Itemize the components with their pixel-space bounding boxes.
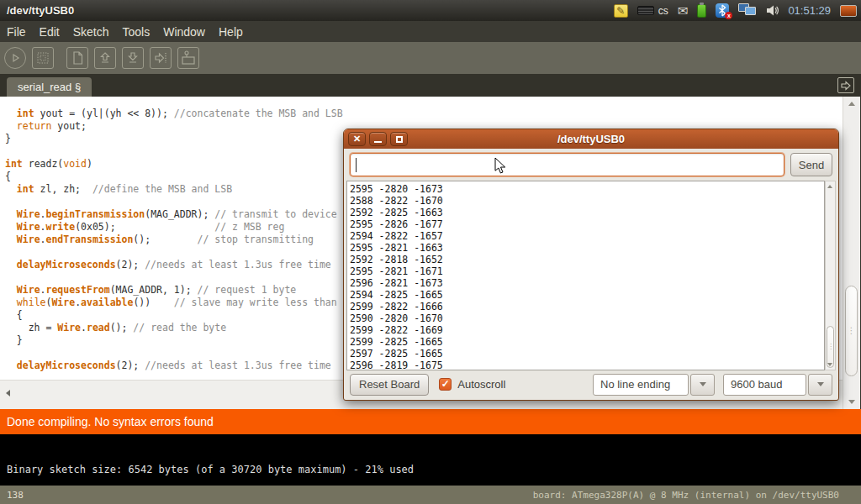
serial-monitor-button[interactable] [177, 47, 199, 69]
tab-label: serial_read § [18, 81, 81, 93]
serial-line: 2597 -2825 -1665 [350, 348, 824, 360]
autoscroll-label: Autoscroll [457, 378, 505, 391]
serial-monitor-window: ✕ /dev/ttyUSB0 Send 2595 -2820 -16732588… [343, 129, 839, 401]
serial-line: 2592 -2825 -1663 [350, 207, 824, 218]
bluetooth-icon[interactable]: x [716, 3, 729, 18]
screen: /dev/ttyUSB0 ✎ cs ✉ x 01:51:29 File Edit [0, 0, 861, 504]
serial-line: 2595 -2826 -1677 [350, 218, 824, 230]
keyboard-layout-icon[interactable] [637, 6, 654, 15]
serial-line: 2588 -2822 -1670 [350, 195, 824, 207]
baud-rate-select[interactable]: 9600 baud [723, 374, 832, 396]
network-icon[interactable] [738, 3, 757, 18]
bluetooth-off-badge: x [725, 12, 732, 19]
serial-line: 2590 -2820 -1670 [350, 312, 824, 324]
text-caret [356, 158, 357, 172]
mail-icon[interactable]: ✉ [678, 4, 689, 17]
menu-window[interactable]: Window [163, 25, 205, 39]
serial-input[interactable] [350, 153, 784, 176]
line-ending-dropdown-button[interactable] [690, 374, 715, 396]
save-button[interactable] [122, 47, 144, 69]
tab-menu-button[interactable] [837, 77, 854, 93]
chevron-down-icon [700, 382, 706, 386]
top-panel: /dev/ttyUSB0 ✎ cs ✉ x 01:51:29 [0, 0, 861, 21]
close-icon[interactable]: ✕ [348, 132, 366, 146]
battery-icon[interactable] [697, 4, 706, 18]
menu-tools[interactable]: Tools [123, 25, 151, 39]
reset-board-button[interactable]: Reset Board [350, 374, 429, 396]
stop-button[interactable] [32, 47, 54, 69]
menu-edit[interactable]: Edit [40, 25, 60, 39]
serial-monitor-titlebar[interactable]: ✕ /dev/ttyUSB0 [344, 129, 838, 149]
serial-line: 2595 -2820 -1673 [350, 183, 824, 195]
line-ending-select[interactable]: No line ending [593, 374, 715, 396]
menu-help[interactable]: Help [219, 25, 243, 39]
autoscroll-checkbox[interactable]: ✓ [439, 378, 452, 391]
scroll-down-icon[interactable] [827, 363, 832, 366]
editor-vertical-scrollbar[interactable] [843, 97, 860, 409]
console-output: Binary sketch size: 6542 bytes (of a 307… [0, 434, 861, 486]
serial-output-wrap: 2595 -2820 -16732588 -2822 -16702592 -28… [346, 181, 836, 370]
send-button[interactable]: Send [790, 153, 832, 176]
serial-line: 2595 -2821 -1663 [350, 242, 824, 254]
maximize-icon[interactable] [390, 132, 408, 146]
baud-rate-value[interactable]: 9600 baud [723, 374, 806, 396]
volume-icon[interactable] [766, 4, 779, 17]
baud-dropdown-button[interactable] [808, 374, 832, 396]
keyboard-layout-label[interactable]: cs [658, 5, 668, 17]
cursor-line-number: 138 [0, 490, 24, 501]
open-button[interactable] [94, 47, 116, 69]
notes-icon[interactable]: ✎ [614, 4, 628, 18]
serial-line: 2599 -2822 -1669 [350, 324, 824, 336]
upload-button[interactable] [150, 47, 172, 69]
board-info: board: ATmega328P(A) @ 8 MHz (internal) … [533, 490, 861, 501]
verify-button[interactable] [4, 47, 26, 69]
status-footer: 138 board: ATmega328P(A) @ 8 MHz (intern… [0, 486, 861, 504]
code-line: int yout = (yl|(yh << 8)); //concatenate… [5, 108, 843, 120]
scroll-down-icon[interactable] [848, 400, 855, 404]
scroll-up-icon[interactable] [848, 102, 855, 106]
serial-line: 2595 -2821 -1671 [350, 265, 824, 277]
serial-controls: Reset Board ✓ Autoscroll No line ending … [350, 373, 832, 396]
line-ending-value[interactable]: No line ending [593, 374, 689, 396]
compile-status-bar: Done compiling. No syntax errors found [0, 409, 861, 434]
menubar: File Edit Sketch Tools Window Help [0, 21, 861, 42]
scroll-left-icon[interactable] [6, 390, 10, 396]
session-icon[interactable] [840, 5, 857, 17]
serial-line: 2594 -2822 -1657 [350, 230, 824, 242]
serial-monitor-title: /dev/ttyUSB0 [344, 133, 838, 145]
compile-status-text: Done compiling. No syntax errors found [7, 415, 214, 428]
editor-scrollbar-thumb[interactable] [845, 286, 858, 376]
console-text: Binary sketch size: 6542 bytes (of a 307… [7, 464, 414, 475]
serial-output[interactable]: 2595 -2820 -16732588 -2822 -16702592 -28… [346, 181, 825, 370]
serial-scrollbar[interactable] [825, 181, 836, 370]
minimize-icon[interactable] [369, 132, 387, 146]
clock[interactable]: 01:51:29 [788, 4, 831, 17]
system-tray: ✎ cs ✉ x 01:51:29 [614, 0, 861, 21]
check-icon: ✓ [441, 379, 450, 390]
tab-serial-read[interactable]: serial_read § [7, 77, 92, 97]
tabbar: serial_read § [0, 74, 861, 97]
toolbar [0, 42, 861, 74]
new-sketch-button[interactable] [66, 47, 88, 69]
serial-line: 2599 -2825 -1665 [350, 336, 824, 348]
serial-line: 2599 -2822 -1666 [350, 301, 824, 312]
menu-file[interactable]: File [7, 25, 26, 39]
chevron-down-icon [817, 382, 824, 386]
serial-line: 2592 -2818 -1652 [350, 254, 824, 265]
serial-scrollbar-thumb[interactable] [827, 326, 834, 368]
serial-line: 2594 -2825 -1665 [350, 289, 824, 301]
menu-sketch[interactable]: Sketch [73, 25, 109, 39]
scroll-up-icon[interactable] [827, 185, 832, 188]
serial-input-row: Send [350, 153, 832, 176]
panel-window-title: /dev/ttyUSB0 [0, 4, 74, 17]
serial-line: 2596 -2819 -1675 [350, 360, 824, 370]
serial-line: 2596 -2821 -1673 [350, 277, 824, 289]
